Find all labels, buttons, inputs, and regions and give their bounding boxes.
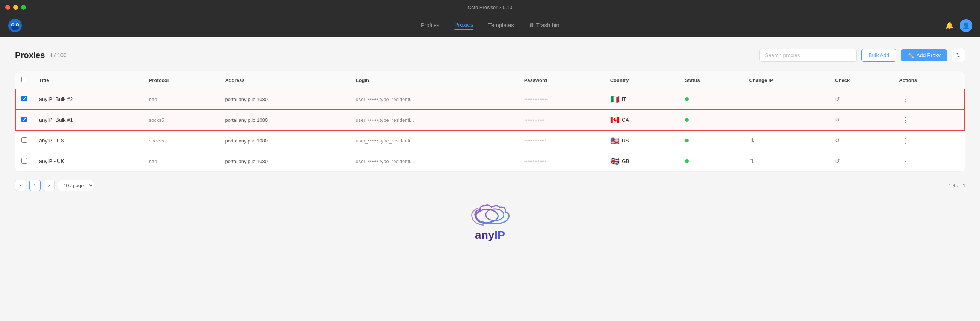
row-address: portal.anyip.io:1080	[219, 151, 350, 172]
row-title: anyIP - US	[33, 131, 143, 151]
nav-profiles[interactable]: Profiles	[420, 22, 439, 30]
country-flag-icon: 🇨🇦	[610, 115, 620, 125]
anyip-logo-container: anyIP	[15, 202, 965, 241]
row-login: user_••••••,type_residenti...	[350, 89, 518, 110]
country-code: GB	[622, 158, 629, 164]
col-password: Password	[518, 72, 604, 89]
main-nav: Profiles Proxies Templates 🗑 Trash bin 🔔…	[0, 14, 980, 37]
page-title: Proxies	[15, 50, 45, 60]
row-change-ip[interactable]: ⇅	[743, 131, 829, 151]
svg-point-7	[486, 209, 504, 220]
row-password: ••••••••••••	[518, 110, 604, 131]
main-content: Proxies 4 / 100 Bulk Add ✏️ Add Proxy ↻	[0, 37, 980, 321]
nav-links: Profiles Proxies Templates 🗑 Trash bin	[420, 21, 559, 30]
proxies-table: Title Protocol Address Login Password Co…	[15, 72, 965, 172]
row-password: ••••••••••••••	[518, 89, 604, 110]
row-protocol: http	[143, 89, 219, 110]
refresh-icon: ↻	[956, 52, 961, 58]
avatar-icon: 👤	[963, 22, 970, 29]
row-check[interactable]: ↺	[829, 89, 893, 110]
table-header-row: Title Protocol Address Login Password Co…	[15, 72, 965, 89]
window-title: Octo Browser 2.0.10	[468, 5, 512, 10]
anyip-ip-text: IP	[495, 228, 505, 241]
row-protocol: socks5	[143, 110, 219, 131]
status-dot-icon	[685, 118, 689, 122]
country-flag-icon: 🇺🇸	[610, 136, 620, 145]
row-actions[interactable]: ⋮	[893, 151, 965, 172]
col-status: Status	[679, 72, 743, 89]
row-country: 🇺🇸US	[604, 131, 679, 151]
row-actions[interactable]: ⋮	[893, 89, 965, 110]
row-country: 🇮🇹IT	[604, 89, 679, 110]
header-actions: Bulk Add ✏️ Add Proxy ↻	[759, 48, 965, 62]
row-address: portal.anyip.io:1080	[219, 89, 350, 110]
row-actions-button[interactable]: ⋮	[899, 115, 912, 125]
row-address: portal.anyip.io:1080	[219, 131, 350, 151]
table-row: anyIP - USsocks5portal.anyip.io:1080user…	[15, 131, 965, 151]
row-status	[679, 89, 743, 110]
row-password: •••••••••••••	[518, 151, 604, 172]
pagination-info: 1-4 of 4	[948, 183, 965, 188]
app-logo	[8, 18, 22, 33]
bulk-add-button[interactable]: Bulk Add	[861, 49, 896, 62]
row-status	[679, 110, 743, 131]
row-login: user_••••••,type_residenti...	[350, 110, 518, 131]
close-button[interactable]	[5, 5, 10, 10]
page-header: Proxies 4 / 100 Bulk Add ✏️ Add Proxy ↻	[15, 48, 965, 62]
page-1-button[interactable]: 1	[29, 180, 41, 191]
add-proxy-icon: ✏️	[908, 52, 914, 58]
notification-bell-icon[interactable]: 🔔	[945, 21, 954, 30]
search-input[interactable]	[759, 49, 857, 62]
row-check[interactable]: ↺	[829, 110, 893, 131]
nav-templates[interactable]: Templates	[488, 22, 514, 30]
row-password: •••••••••••••	[518, 131, 604, 151]
col-country: Country	[604, 72, 679, 89]
row-actions[interactable]: ⋮	[893, 110, 965, 131]
row-country: 🇨🇦CA	[604, 110, 679, 131]
minimize-button[interactable]	[13, 5, 18, 10]
row-checkbox[interactable]	[21, 96, 27, 102]
row-check[interactable]: ↺	[829, 131, 893, 151]
user-avatar[interactable]: 👤	[960, 19, 972, 32]
titlebar: Octo Browser 2.0.10	[0, 0, 980, 14]
anyip-brand-text: anyIP	[475, 228, 505, 241]
row-actions-button[interactable]: ⋮	[899, 94, 912, 104]
row-status	[679, 131, 743, 151]
row-actions-button[interactable]: ⋮	[899, 136, 912, 145]
row-actions[interactable]: ⋮	[893, 131, 965, 151]
country-code: US	[622, 137, 629, 144]
row-actions-button[interactable]: ⋮	[899, 157, 912, 166]
nav-proxies[interactable]: Proxies	[454, 21, 473, 30]
anyip-any-text: any	[475, 228, 495, 241]
anyip-logo: anyIP	[468, 202, 512, 241]
row-checkbox[interactable]	[21, 158, 27, 163]
row-checkbox[interactable]	[21, 137, 27, 143]
row-change-ip	[743, 110, 829, 131]
prev-page-button[interactable]: ‹	[15, 180, 26, 191]
maximize-button[interactable]	[21, 5, 26, 10]
row-check[interactable]: ↺	[829, 151, 893, 172]
table-row: anyIP - UKhttpportal.anyip.io:1080user_•…	[15, 151, 965, 172]
col-checkbox	[15, 72, 33, 89]
country-code: IT	[622, 96, 626, 102]
per-page-select[interactable]: 10 / page 20 / page 50 / page	[58, 180, 94, 191]
row-change-ip[interactable]: ⇅	[743, 151, 829, 172]
proxy-count: 4 / 100	[49, 52, 67, 58]
svg-point-5	[16, 24, 18, 26]
row-protocol: socks5	[143, 131, 219, 151]
row-checkbox[interactable]	[21, 117, 27, 122]
row-title: anyIP_Bulk #1	[33, 110, 143, 131]
status-dot-icon	[685, 139, 689, 142]
pagination: ‹ 1 › 10 / page 20 / page 50 / page 1-4 …	[15, 180, 965, 191]
country-flag-icon: 🇮🇹	[610, 95, 620, 104]
add-proxy-button[interactable]: ✏️ Add Proxy	[901, 49, 947, 61]
proxies-table-container: Title Protocol Address Login Password Co…	[15, 71, 965, 172]
refresh-button[interactable]: ↻	[952, 48, 965, 62]
row-country: 🇬🇧GB	[604, 151, 679, 172]
page-title-group: Proxies 4 / 100	[15, 50, 67, 60]
select-all-checkbox[interactable]	[21, 77, 27, 82]
row-change-ip	[743, 89, 829, 110]
next-page-button[interactable]: ›	[43, 180, 55, 191]
nav-trash[interactable]: 🗑 Trash bin	[529, 22, 560, 30]
status-dot-icon	[685, 97, 689, 101]
